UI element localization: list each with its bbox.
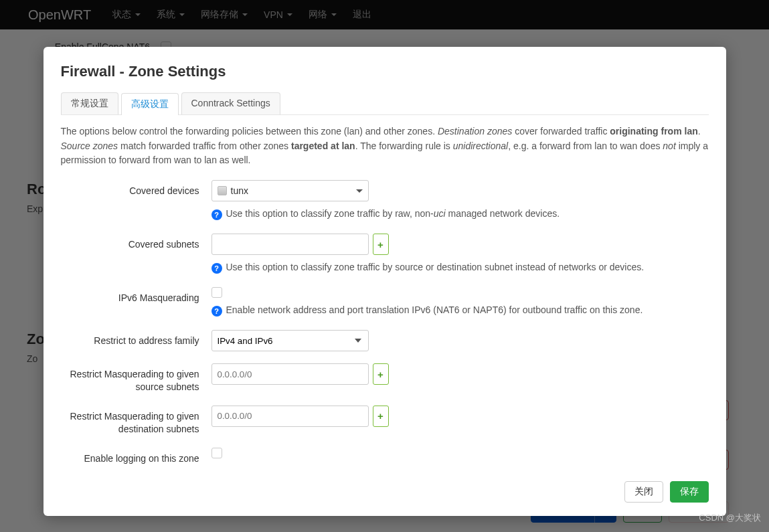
ipv6-masq-checkbox[interactable] xyxy=(211,287,222,298)
save-button[interactable]: 保存 xyxy=(670,481,709,503)
family-label: Restrict to address family xyxy=(61,330,211,347)
covered-devices-value: tunx xyxy=(231,185,248,196)
covered-devices-select[interactable]: tunx xyxy=(211,180,369,201)
chevron-down-icon xyxy=(356,189,363,196)
covered-subnets-label: Covered subnets xyxy=(61,234,211,251)
device-icon xyxy=(218,186,227,195)
tab-general[interactable]: 常规设置 xyxy=(61,92,118,114)
ipv6-masq-label: IPv6 Masquerading xyxy=(61,287,211,304)
info-icon: ? xyxy=(211,263,222,274)
modal-tabs: 常规设置 高级设置 Conntrack Settings xyxy=(61,92,709,115)
modal-overlay: Firewall - Zone Settings 常规设置 高级设置 Connt… xyxy=(0,0,769,532)
add-subnet-button[interactable]: + xyxy=(373,234,389,255)
zone-settings-modal: Firewall - Zone Settings 常规设置 高级设置 Connt… xyxy=(44,47,726,516)
add-masq-dest-button[interactable]: + xyxy=(373,406,389,427)
add-masq-src-button[interactable]: + xyxy=(373,363,389,385)
masq-src-label: Restrict Masquerading to given source su… xyxy=(61,363,211,393)
covered-devices-hint: ? Use this option to classify zone traff… xyxy=(211,207,709,220)
masq-dest-input[interactable] xyxy=(211,406,369,427)
covered-subnets-hint: ? Use this option to classify zone traff… xyxy=(211,260,709,274)
covered-devices-label: Covered devices xyxy=(61,180,211,197)
ipv6-masq-hint: ? Enable network address and port transl… xyxy=(211,303,709,317)
tab-conntrack[interactable]: Conntrack Settings xyxy=(181,92,280,114)
modal-title: Firewall - Zone Settings xyxy=(61,63,709,80)
masq-src-input[interactable] xyxy=(211,363,369,385)
info-icon: ? xyxy=(211,306,222,317)
modal-description: The options below control the forwarding… xyxy=(61,124,709,168)
logging-label: Enable logging on this zone xyxy=(61,448,211,465)
masq-dest-label: Restrict Masquerading to given destinati… xyxy=(61,406,211,436)
covered-subnets-input[interactable] xyxy=(211,234,369,255)
family-select[interactable]: IPv4 and IPv6 xyxy=(211,330,369,351)
logging-checkbox[interactable] xyxy=(211,448,222,458)
info-icon: ? xyxy=(211,209,222,220)
close-button[interactable]: 关闭 xyxy=(624,481,663,503)
tab-advanced[interactable]: 高级设置 xyxy=(121,93,179,115)
